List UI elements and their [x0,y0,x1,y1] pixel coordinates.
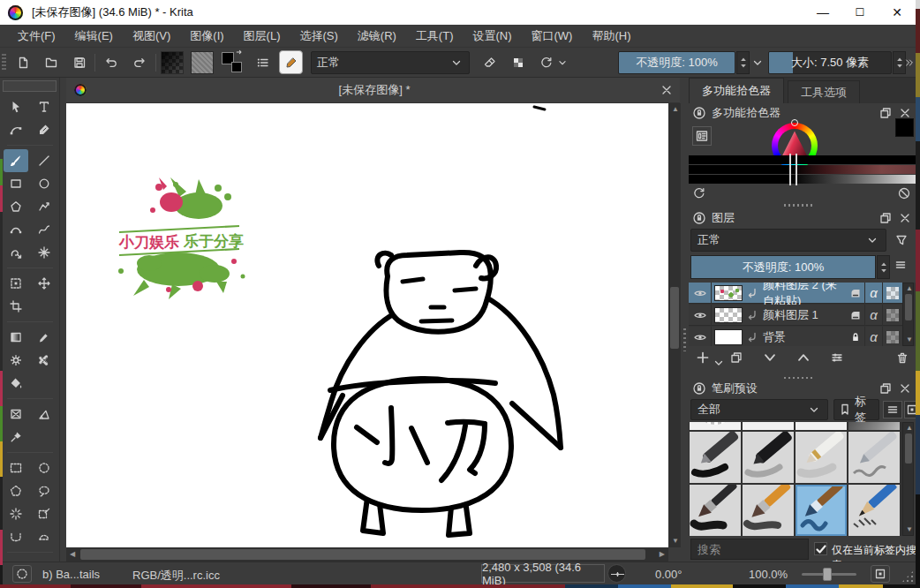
float-docker-icon[interactable] [879,211,893,225]
tool-pointer[interactable] [4,95,28,118]
layer-visibility-icon[interactable] [689,305,712,326]
brush-view-menu-button[interactable] [883,401,902,418]
brush-grid-scrollbar[interactable]: ▲ ▼ [902,422,914,536]
layer-opacity-slider[interactable]: 不透明度: 100% [690,255,876,279]
canvas-rotation-widget[interactable] [607,564,626,583]
tool-magic-wand-select[interactable] [4,502,28,525]
opacity-slider[interactable]: 不透明度: 100% [618,51,735,74]
tool-similar-color-select[interactable] [32,502,57,525]
tool-reference-images[interactable] [4,403,28,426]
brush-preset-thumbnail[interactable] [690,485,741,536]
minimize-button[interactable]: — [804,0,841,25]
alpha-channel-icon[interactable] [886,287,899,299]
layer-lock-icon[interactable] [846,327,865,347]
layer-list-options-icon[interactable] [894,258,908,272]
brush-preset-thumbnail[interactable] [743,432,794,483]
tab-advanced-color-selector[interactable]: 多功能拾色器 [689,78,784,103]
opacity-options-caret[interactable] [750,50,765,75]
tool-polyline[interactable] [32,195,57,218]
tool-rectangle[interactable] [4,172,28,195]
vertical-scroll-thumb[interactable] [670,287,679,349]
status-brush-info[interactable]: b) Ba...tails [42,568,100,581]
tool-polygon[interactable] [4,195,28,218]
tag-button[interactable]: 标签 [833,399,879,420]
brush-preset-thumbnail[interactable] [690,432,741,483]
docker-lock-icon[interactable] [692,381,706,396]
selector-settings-button[interactable] [692,126,712,146]
menu-settings[interactable]: 设置(N) [464,26,520,47]
alpha-lock-icon[interactable]: α [870,329,878,344]
layer-properties-button[interactable] [830,351,844,365]
tool-freehand-brush[interactable] [4,149,28,172]
tool-multibrush[interactable] [32,241,57,264]
alpha-channel-icon[interactable] [886,309,899,321]
layer-list-scrollbar[interactable]: ▲ ▼ [902,283,914,346]
delete-layer-button[interactable] [895,351,909,365]
menu-window[interactable]: 窗口(W) [523,26,582,47]
gradient-chooser[interactable] [161,51,184,74]
layer-thumbnail[interactable] [714,307,743,323]
brush-preset-thumbnail[interactable] [743,422,794,430]
tool-bezier[interactable] [4,218,28,241]
layer-visibility-icon[interactable] [689,283,712,304]
document-close-icon[interactable] [653,83,680,97]
zoom-fit-button[interactable] [871,565,890,583]
tool-gradient[interactable] [4,326,28,349]
layer-blend-mode-dropdown[interactable]: 正常 [690,229,886,252]
layer-name[interactable]: 颜料图层 1 [759,307,846,323]
color-history-bar[interactable] [689,155,916,164]
tool-fill[interactable] [4,372,28,395]
opacity-spinner[interactable] [736,51,750,74]
reload-options-caret[interactable] [556,50,569,75]
tool-lasso-select[interactable] [32,479,57,502]
tool-freehand-path[interactable] [32,218,57,241]
brush-preset-thumbnail-selected[interactable] [796,485,847,536]
menu-help[interactable]: 帮助(H) [583,26,639,47]
hue-marker[interactable] [791,119,798,126]
layer-row-paint-1[interactable]: 颜料图层 1 α [689,305,902,326]
refresh-shades-icon[interactable] [692,186,706,200]
status-zoom-level[interactable]: 100.0% [749,568,788,581]
add-layer-button[interactable] [696,351,710,365]
save-button[interactable] [67,50,92,75]
tab-tool-options[interactable]: 工具选项 [788,80,860,103]
toolbar-overflow-button[interactable] [904,50,915,75]
tool-calligraphy[interactable] [32,118,57,141]
tool-polygon-select[interactable] [4,479,28,502]
menu-filter[interactable]: 滤镜(R) [349,26,405,47]
status-rotation-angle[interactable]: 0.00° [655,568,682,581]
tool-pattern-edit[interactable] [4,349,28,372]
canvas[interactable]: 小刀娱乐 乐于分享 [66,103,668,547]
brush-preset-thumbnail[interactable] [848,432,900,483]
brush-preset-thumbnail[interactable] [796,422,847,430]
menu-file[interactable]: 文件(F) [9,26,64,47]
close-docker-icon[interactable] [898,211,912,225]
menu-image[interactable]: 图像(I) [181,26,232,47]
open-document-button[interactable] [39,50,64,75]
brush-editor-button[interactable] [279,50,303,74]
no-color-icon[interactable] [897,186,911,200]
canvas-vertical-scrollbar[interactable]: ▲ ▼ [668,103,681,547]
brush-preset-thumbnail[interactable] [690,422,741,430]
menu-view[interactable]: 视图(V) [124,26,179,47]
horizontal-scroll-thumb[interactable] [80,549,645,560]
tool-dynamic-brush[interactable] [4,241,28,264]
tool-edit-shapes[interactable] [4,118,28,141]
brush-size-slider[interactable]: 大小: 7.50 像素 [768,51,892,74]
layer-thumbnail[interactable] [714,285,743,301]
document-tab-title[interactable]: [未保存图像] * [95,82,653,98]
tool-line[interactable] [32,149,57,172]
layer-thumbnail[interactable] [714,329,743,345]
reload-preset-button[interactable] [534,50,559,75]
redo-button[interactable] [127,50,152,75]
tool-ellipse-select[interactable] [32,456,57,479]
layer-name[interactable]: 背景 [759,329,846,345]
scroll-right-icon[interactable]: ▶ [660,551,665,558]
tool-contiguous-select[interactable] [4,525,28,548]
inherit-alpha-icon[interactable] [846,283,865,304]
undo-button[interactable] [99,50,124,75]
tool-assistants[interactable] [4,426,28,449]
duplicate-layer-button[interactable] [729,351,743,365]
brush-preset-thumbnail[interactable] [848,485,900,536]
tool-smart-patch[interactable] [32,349,57,372]
